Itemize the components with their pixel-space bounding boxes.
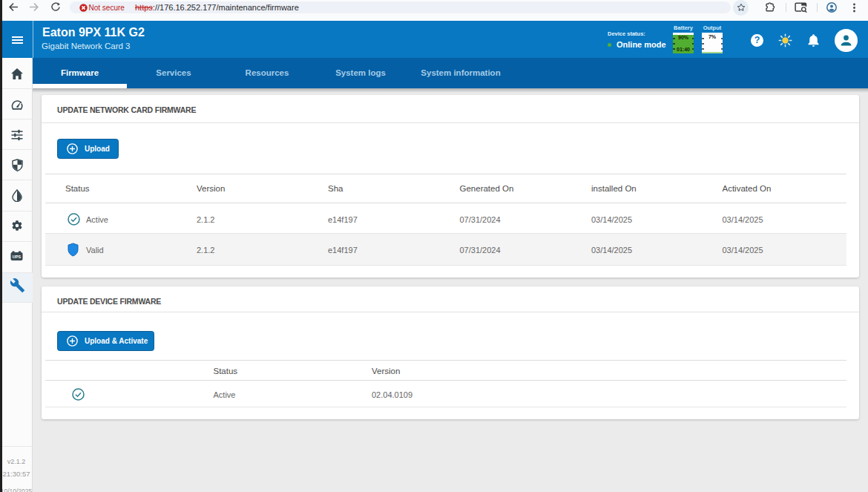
svg-text:UPS: UPS xyxy=(13,255,22,259)
